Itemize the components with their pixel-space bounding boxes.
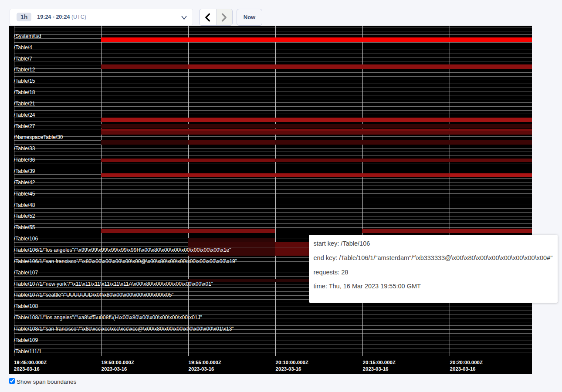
svg-text:/NamespaceTable/30: /NamespaceTable/30 [14, 134, 63, 140]
svg-text:/Table/107: /Table/107 [14, 270, 38, 276]
svg-text:20:15:00.000Z: 20:15:00.000Z [363, 360, 396, 365]
svg-text:19:50:00.000Z: 19:50:00.000Z [102, 360, 134, 365]
svg-text:2023-03-16: 2023-03-16 [363, 366, 389, 372]
svg-text:/Table/21: /Table/21 [14, 101, 35, 107]
svg-text:/Table/4: /Table/4 [14, 44, 32, 51]
svg-text:/Table/108: /Table/108 [14, 303, 38, 309]
svg-text:/System/tsd: /System/tsd [14, 33, 41, 39]
svg-text:/Table/39: /Table/39 [14, 168, 35, 174]
svg-text:/Table/7: /Table/7 [14, 56, 32, 62]
svg-text:/Table/12: /Table/12 [14, 67, 35, 73]
svg-text:/Table/106/1/"los angeles"/"\x: /Table/106/1/"los angeles"/"\x99\x99\x99… [14, 247, 231, 253]
svg-text:2023-03-16: 2023-03-16 [14, 366, 40, 372]
svg-text:20:10:00.000Z: 20:10:00.000Z [276, 360, 308, 365]
svg-text:20:20:00.000Z: 20:20:00.000Z [450, 360, 483, 365]
svg-text:/Table/45: /Table/45 [14, 191, 35, 197]
svg-text:/Table/42: /Table/42 [14, 179, 35, 186]
svg-text:/Table/27: /Table/27 [14, 123, 35, 129]
svg-text:/Table/108/1/"san francisco"/": /Table/108/1/"san francisco"/"\x8c\xcc\x… [14, 326, 234, 332]
svg-text:2023-03-16: 2023-03-16 [450, 366, 476, 372]
svg-text:/Table/52: /Table/52 [14, 213, 35, 219]
svg-text:2023-03-16: 2023-03-16 [102, 366, 127, 372]
svg-text:/Table/15: /Table/15 [14, 78, 35, 84]
svg-text:/Table/36: /Table/36 [14, 157, 35, 163]
svg-text:/Table/107/1/"seattle"/"UUUUUU: /Table/107/1/"seattle"/"UUUUUUD\x00\x80\… [14, 292, 174, 298]
svg-text:/Table/18: /Table/18 [14, 89, 35, 95]
svg-text:/Table/106: /Table/106 [14, 236, 38, 242]
svg-text:/Table/109: /Table/109 [14, 337, 38, 343]
svg-text:19:45:00.000Z: 19:45:00.000Z [14, 360, 47, 365]
svg-text:/Table/33: /Table/33 [14, 145, 35, 152]
svg-text:/Table/24: /Table/24 [14, 112, 35, 118]
svg-text:2023-03-16: 2023-03-16 [276, 366, 301, 372]
svg-text:2023-03-16: 2023-03-16 [189, 366, 214, 372]
svg-text:/Table/111/1: /Table/111/1 [14, 348, 42, 355]
svg-text:/Table/108/1/"los angeles"/"\x: /Table/108/1/"los angeles"/"\xa8\xf5\u00… [14, 314, 202, 321]
svg-text:/Table/48: /Table/48 [14, 202, 35, 208]
svg-text:19:55:00.000Z: 19:55:00.000Z [189, 360, 221, 365]
svg-text:/Table/106/1/"san francisco"/": /Table/106/1/"san francisco"/"\x80\x00\x… [14, 258, 237, 264]
svg-text:/Table/107/1/"new york"/"\x11\: /Table/107/1/"new york"/"\x11\x11\x11\x1… [14, 281, 213, 287]
svg-text:/Table/55: /Table/55 [14, 224, 35, 230]
